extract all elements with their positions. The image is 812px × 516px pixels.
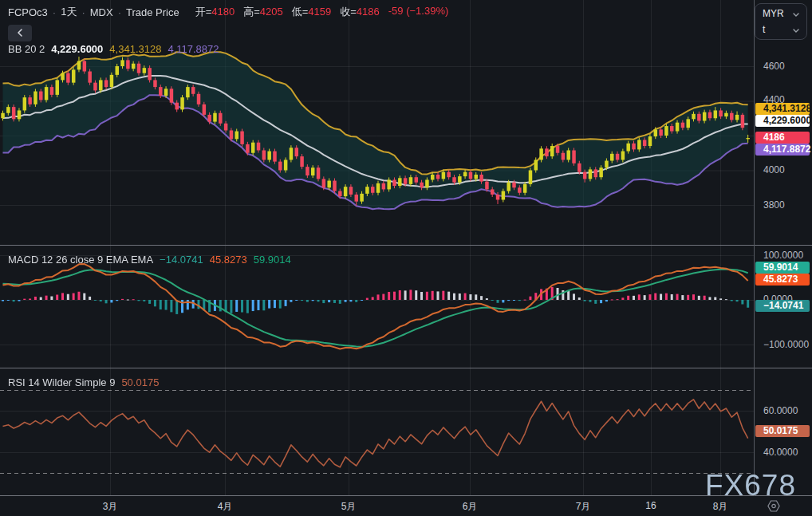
axis-tick-label: 60.0000	[763, 405, 798, 416]
price-pane-canvas[interactable]	[0, 0, 754, 245]
bb-legend-title[interactable]: BB 20 2	[8, 43, 45, 55]
unit-select[interactable]: t	[755, 22, 806, 37]
series-type-label: Trade Price	[126, 6, 179, 18]
settings-icon[interactable]	[767, 499, 782, 516]
close-label: 收=	[340, 6, 357, 18]
high-value: 4205	[260, 6, 283, 18]
time-axis-label: 3月	[103, 500, 118, 514]
currency-select-value: MYR	[763, 8, 784, 19]
time-axis-label: 7月	[576, 500, 591, 514]
axis-price-badge: −14.0741	[755, 300, 810, 312]
open-label: 开=	[195, 6, 212, 18]
symbol-name[interactable]: FCPOc3	[8, 6, 48, 18]
time-axis-label: 4月	[218, 500, 233, 514]
open-value: 4180	[211, 6, 235, 18]
rsi-legend-title[interactable]: RSI 14 Wilder Simple 9	[8, 376, 115, 388]
symbol-header: FCPOc3 · 1天 · MDX · Trade Price 开=4180 高…	[8, 5, 448, 19]
separator-dot: ·	[118, 6, 121, 18]
time-axis-label: 16	[645, 500, 656, 511]
axis-price-badge: 50.0175	[755, 425, 810, 437]
axis-price-badge: 45.8273	[755, 274, 810, 286]
ohlc-values: 开=4180 高=4205 低=4159 收=4186 -59 (−1.39%)	[195, 5, 449, 19]
back-button[interactable]	[8, 25, 32, 41]
currency-unit-selector: MYR t	[755, 3, 807, 40]
axis-tick-label: 40.0000	[763, 447, 798, 458]
axis-tick-label: 4000	[763, 164, 785, 175]
axis-price-badge: 4,117.8872	[755, 144, 810, 156]
bb-upper-value: 4,341.3128	[109, 43, 161, 55]
rsi-value: 50.0175	[121, 376, 159, 388]
axis-tick-label: −100.0000	[763, 339, 809, 350]
pane-divider-main-macd[interactable]	[0, 245, 812, 246]
interval-label[interactable]: 1天	[61, 5, 77, 19]
low-value: 4159	[308, 6, 331, 18]
macd-line-value: 45.8273	[210, 254, 247, 266]
chevron-left-icon	[17, 27, 23, 39]
macd-signal-value: 59.9014	[254, 254, 291, 266]
time-axis[interactable]: 3月4月5月6月7月168月	[0, 496, 812, 516]
bb-basis-value: 4,229.6000	[51, 43, 103, 55]
separator-dot: ·	[53, 6, 56, 18]
axis-tick-label: 100.0000	[763, 250, 803, 261]
axis-price-badge: 59.9014	[755, 262, 810, 274]
currency-select[interactable]: MYR	[755, 6, 806, 21]
rsi-legend: RSI 14 Wilder Simple 9 50.0175	[8, 376, 159, 388]
macd-legend: MACD 12 26 close 9 EMA EMA −14.0741 45.8…	[8, 254, 291, 266]
price-axis[interactable]: 4600440040003800100.00000.0000−100.00006…	[755, 0, 812, 496]
bb-lower-value: 4,117.8872	[168, 43, 219, 55]
chevron-down-icon	[793, 24, 799, 35]
change-value: -59 (−1.39%)	[388, 5, 449, 19]
unit-select-value: t	[763, 24, 765, 35]
axis-price-badge: 4,229.6000	[755, 115, 810, 127]
close-value: 4186	[357, 6, 380, 18]
macd-legend-title[interactable]: MACD 12 26 close 9 EMA EMA	[8, 254, 153, 266]
axis-price-badge: 4,341.3128	[755, 103, 810, 115]
trading-chart-window: FCPOc3 · 1天 · MDX · Trade Price 开=4180 高…	[0, 0, 812, 516]
chevron-down-icon	[793, 8, 799, 19]
axis-price-badge: 4186	[755, 132, 810, 144]
exchange-label: MDX	[90, 6, 113, 18]
pane-divider-macd-rsi[interactable]	[0, 368, 812, 368]
time-axis-label: 8月	[713, 500, 728, 514]
time-axis-label: 5月	[341, 500, 357, 514]
axis-tick-label: 4600	[763, 61, 785, 72]
time-axis-label: 6月	[463, 500, 478, 514]
macd-hist-value: −14.0741	[160, 254, 203, 266]
bb-legend: BB 20 2 4,229.6000 4,341.3128 4,117.8872	[8, 43, 219, 55]
axis-tick-label: 3800	[763, 199, 785, 211]
low-label: 低=	[292, 6, 309, 18]
separator-dot: ·	[81, 6, 85, 18]
high-label: 高=	[243, 6, 260, 18]
